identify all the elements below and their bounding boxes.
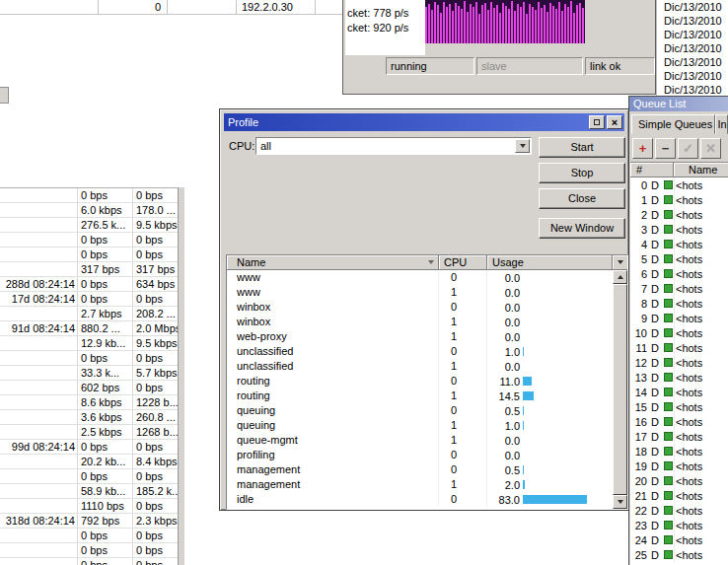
queue-row[interactable]: 20 D <hots [630, 473, 728, 488]
scroll-up-button[interactable] [613, 270, 627, 284]
profile-row[interactable]: profiling 0 0.0 [227, 448, 613, 462]
profile-row[interactable]: management 1 2.0 [227, 477, 613, 492]
queue-row[interactable]: 19 D <hots [630, 459, 728, 473]
interface-row[interactable]: 58.9 kb... 185.2 k... [0, 484, 178, 499]
profile-row[interactable]: www 0 0.0 [227, 270, 613, 285]
interface-row[interactable]: 33.3 k... 5.7 kbps [0, 366, 178, 381]
column-header-name[interactable]: Name [674, 163, 728, 177]
scroll-down-button[interactable] [613, 495, 627, 509]
queue-row[interactable]: 14 D <hots [630, 385, 728, 399]
queue-list-titlebar[interactable]: Queue List [629, 97, 728, 111]
queue-row[interactable]: 22 D <hots [630, 503, 728, 518]
queue-row[interactable]: 21 D <hots [630, 488, 728, 503]
queue-row[interactable]: 7 D <hots [630, 281, 728, 296]
queue-name: <hots [676, 416, 702, 428]
profile-row[interactable]: idle 0 83.0 [227, 492, 613, 507]
queue-row[interactable]: 12 D <hots [630, 355, 728, 370]
profile-row[interactable]: queue-mgmt 1 0.0 [227, 433, 613, 448]
queue-row[interactable]: 25 D <hots [630, 547, 728, 562]
interface-row[interactable]: 20.2 kb... 8.4 kbps [0, 455, 178, 469]
queue-row[interactable]: 23 D <hots [630, 518, 728, 532]
profile-row[interactable]: web-proxy 1 0.0 [227, 329, 613, 344]
column-header-usage[interactable]: Usage [487, 255, 613, 270]
interface-row[interactable]: 99d 08:24:14 0 bps 0 bps [0, 440, 178, 455]
queue-row[interactable]: 24 D <hots [630, 532, 728, 547]
interface-row[interactable]: 17d 08:24:14 0 bps 0 bps [0, 292, 178, 307]
queue-row[interactable]: 9 D <hots [630, 311, 728, 325]
tab-simple-queues[interactable]: Simple Queues [631, 114, 715, 134]
new-window-button[interactable]: New Window [539, 218, 625, 239]
interface-row[interactable]: 0 bps 0 bps [0, 543, 178, 558]
queue-row[interactable]: 17 D <hots [630, 429, 728, 444]
queue-row[interactable]: 10 D <hots [630, 325, 728, 340]
enable-button[interactable]: ✓ [678, 138, 698, 159]
close-button[interactable]: × [607, 115, 622, 129]
queue-row[interactable]: 1 D <hots [630, 192, 728, 207]
column-header-cpu[interactable]: CPU [439, 255, 487, 270]
restore-button[interactable] [589, 115, 605, 129]
interface-row[interactable]: 0 bps 0 bps [0, 247, 178, 262]
interface-row[interactable]: 0 bps 0 bps [0, 351, 178, 366]
interface-row[interactable]: 0 bps 0 bps [0, 188, 178, 203]
profile-row[interactable]: routing 0 11.0 [227, 374, 613, 388]
interface-row[interactable]: 0 bps 0 bps [0, 469, 178, 484]
cpu-select[interactable]: all [255, 137, 532, 155]
queue-row[interactable]: 13 D <hots [630, 370, 728, 385]
table-scrollbar[interactable] [613, 270, 627, 509]
queue-row[interactable]: 8 D <hots [630, 296, 728, 311]
interface-row[interactable]: 1110 bps 0 bps [0, 499, 178, 514]
column-header-name[interactable]: Name [227, 255, 439, 270]
profile-row[interactable]: management 0 0.5 [227, 462, 613, 477]
queue-row[interactable]: 18 D <hots [630, 444, 728, 459]
interface-row[interactable]: 602 bps 0 bps [0, 381, 178, 395]
queue-row[interactable]: 0 D <hots [630, 177, 728, 192]
dynamic-flag: D [651, 209, 659, 221]
interface-row[interactable]: 288d 08:24:14 0 bps 634 bps [0, 277, 178, 292]
column-select-button[interactable] [613, 255, 627, 270]
interface-row[interactable]: 0 bps 0 bps [0, 529, 178, 543]
profile-row[interactable]: winbox 0 0.0 [227, 300, 613, 315]
profile-row[interactable]: unclassified 1 0.0 [227, 359, 613, 374]
queue-row[interactable]: 4 D <hots [630, 237, 728, 251]
interface-row[interactable]: 0 bps 0 bps [0, 233, 178, 247]
queue-row[interactable]: 11 D <hots [630, 340, 728, 355]
profile-row[interactable]: winbox 1 0.0 [227, 315, 613, 329]
left-table-edge [178, 187, 184, 565]
add-button[interactable]: + [632, 138, 653, 159]
queue-row[interactable]: 16 D <hots [630, 414, 728, 429]
profile-row[interactable]: queuing 0 0.5 [227, 403, 613, 418]
remove-button[interactable]: − [655, 138, 676, 159]
scrollbar-thumb[interactable] [613, 284, 627, 495]
queue-number: 21 [630, 490, 647, 502]
disable-button[interactable]: ✕ [700, 138, 721, 159]
interface-row[interactable]: 12.9 kb... 9.5 kbps [0, 336, 178, 351]
interface-row[interactable]: 317 bps 317 bps [0, 262, 178, 277]
interface-row[interactable]: 318d 08:24:14 792 bps 2.3 kbps [0, 514, 178, 529]
queue-row[interactable]: 15 D <hots [630, 399, 728, 414]
profile-row[interactable]: unclassified 0 1.0 [227, 344, 613, 359]
profile-row[interactable]: www 1 0.0 [227, 285, 613, 300]
tab-interface-queues[interactable]: In [715, 114, 728, 134]
start-button[interactable]: Start [539, 137, 625, 158]
profile-row[interactable]: queuing 1 1.0 [227, 418, 613, 433]
tx-rate-cell: 33.3 k... [77, 366, 132, 380]
interface-row[interactable]: 0 bps 0 bps [0, 558, 178, 565]
queue-row[interactable]: 2 D <hots [630, 207, 728, 222]
column-header-num[interactable]: # [630, 163, 674, 177]
interface-row[interactable]: 2.5 kbps 1268 b... [0, 425, 178, 440]
profile-row[interactable]: routing 1 14.5 [227, 388, 613, 403]
interface-row[interactable]: 91d 08:24:14 880.2 ... 2.0 Mbps [0, 321, 178, 336]
stop-button[interactable]: Stop [539, 163, 625, 183]
interface-row[interactable]: 2.7 kbps 208.2 ... [0, 307, 178, 321]
profile-titlebar[interactable]: Profile × [224, 113, 624, 131]
queue-row[interactable]: 6 D <hots [630, 266, 728, 281]
dropdown-button[interactable] [515, 139, 530, 153]
dynamic-flag: D [651, 505, 659, 517]
interface-row[interactable]: 3.6 kbps 260.8 ... [0, 410, 178, 425]
close-dialog-button[interactable]: Close [539, 188, 625, 209]
interface-row[interactable]: 276.5 k... 9.5 kbps [0, 218, 178, 233]
interface-row[interactable]: 6.0 kbps 178.0 ... [0, 203, 178, 218]
interface-row[interactable]: 8.6 kbps 1228 b... [0, 395, 178, 410]
queue-row[interactable]: 5 D <hots [630, 251, 728, 266]
queue-row[interactable]: 3 D <hots [630, 222, 728, 237]
